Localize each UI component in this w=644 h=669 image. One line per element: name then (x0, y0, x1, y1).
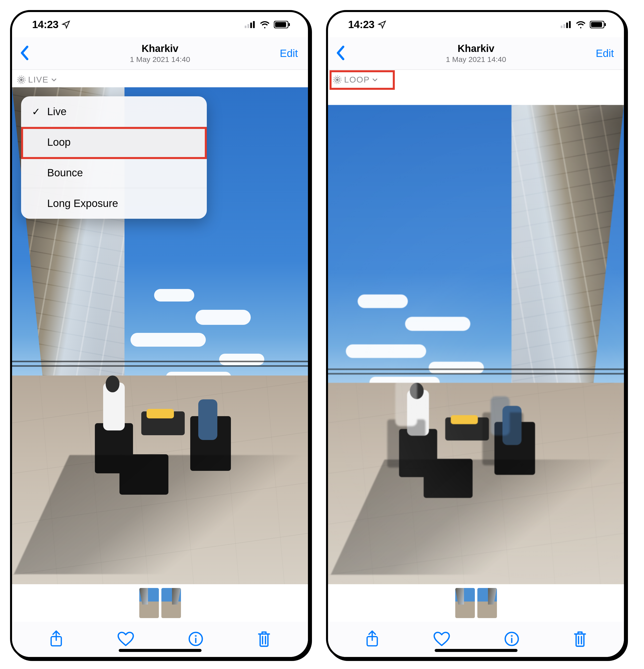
photo-scrubber[interactable] (328, 584, 624, 622)
trash-icon (573, 631, 587, 647)
thumbnail[interactable] (162, 588, 181, 618)
status-bar: 14:23 (328, 12, 624, 37)
back-button[interactable] (336, 45, 346, 61)
status-icons (561, 20, 606, 29)
svg-rect-19 (605, 23, 606, 26)
svg-rect-16 (569, 21, 571, 28)
svg-rect-13 (561, 26, 562, 28)
live-badge-label: LIVE (28, 75, 49, 85)
checkmark-icon: ✓ (31, 106, 41, 117)
wifi-icon (259, 20, 270, 29)
svg-rect-18 (591, 22, 602, 27)
status-icons (245, 20, 290, 29)
favorite-button[interactable] (117, 631, 134, 648)
photo-content (328, 105, 624, 584)
thumbnail[interactable] (455, 588, 475, 618)
svg-rect-6 (289, 23, 290, 26)
battery-icon (274, 21, 290, 28)
effect-menu-item-live[interactable]: ✓ Live (21, 96, 207, 127)
nav-bar: Kharkiv 1 May 2021 14:40 Edit (12, 37, 308, 70)
thumbnail[interactable] (477, 588, 497, 618)
photo-viewer[interactable]: LOOP (328, 70, 624, 584)
thumbnail[interactable] (139, 588, 159, 618)
info-button[interactable] (188, 631, 203, 647)
info-icon (188, 631, 203, 646)
menu-item-label: Live (47, 105, 67, 118)
svg-rect-5 (275, 22, 286, 27)
delete-button[interactable] (257, 631, 271, 648)
svg-rect-2 (250, 23, 252, 28)
chevron-left-icon (336, 45, 346, 60)
menu-item-label: Long Exposure (47, 197, 118, 210)
status-time: 14:23 (32, 18, 58, 31)
nav-subtitle: 1 May 2021 14:40 (130, 55, 190, 64)
svg-rect-3 (253, 21, 255, 28)
home-indicator[interactable] (435, 649, 518, 652)
live-photo-effect-selector[interactable]: LIVE (17, 75, 57, 85)
callout-highlight (330, 70, 395, 90)
live-photo-icon (17, 75, 26, 84)
wifi-icon (575, 20, 586, 29)
edit-button[interactable]: Edit (596, 47, 614, 59)
trash-icon (257, 631, 271, 647)
delete-button[interactable] (573, 631, 587, 648)
share-button[interactable] (365, 630, 379, 649)
chevron-down-icon (51, 76, 57, 83)
svg-rect-1 (248, 24, 249, 28)
svg-point-7 (20, 79, 23, 81)
callout-highlight (21, 127, 207, 159)
effect-menu-item-long-exposure[interactable]: Long Exposure (21, 188, 207, 219)
svg-point-25 (512, 636, 512, 636)
location-icon (377, 20, 387, 29)
favorite-button[interactable] (433, 631, 450, 648)
svg-rect-14 (563, 24, 565, 28)
nav-subtitle: 1 May 2021 14:40 (446, 55, 506, 64)
share-icon (365, 630, 379, 648)
battery-icon (590, 21, 606, 28)
heart-icon (433, 631, 450, 647)
edit-button[interactable]: Edit (280, 47, 298, 59)
svg-point-12 (196, 636, 196, 636)
back-button[interactable] (19, 45, 30, 61)
status-bar: 14:23 (12, 12, 308, 37)
photo-scrubber[interactable] (12, 584, 308, 622)
location-icon (61, 20, 71, 29)
phone-screenshot-right: 14:23 Kharkiv 1 May 2021 14:40 Edit LOOP (326, 10, 626, 659)
nav-title: Kharkiv (446, 43, 506, 54)
effect-menu-item-bounce[interactable]: Bounce (21, 158, 207, 188)
home-indicator[interactable] (119, 649, 201, 652)
chevron-left-icon (19, 45, 30, 60)
phone-screenshot-left: 14:23 Kharkiv 1 May 2021 14:40 Edit LIVE (10, 10, 310, 659)
status-time: 14:23 (348, 18, 375, 31)
nav-bar: Kharkiv 1 May 2021 14:40 Edit (328, 37, 624, 70)
svg-rect-0 (245, 26, 247, 28)
share-icon (49, 630, 64, 648)
menu-item-label: Bounce (47, 167, 83, 179)
heart-icon (117, 631, 134, 647)
cellular-icon (561, 21, 572, 28)
info-icon (504, 631, 519, 646)
cellular-icon (245, 21, 256, 28)
info-button[interactable] (504, 631, 519, 647)
svg-rect-15 (566, 23, 568, 28)
nav-title: Kharkiv (130, 43, 190, 54)
photo-viewer[interactable]: LIVE (12, 70, 308, 584)
share-button[interactable] (49, 630, 64, 649)
